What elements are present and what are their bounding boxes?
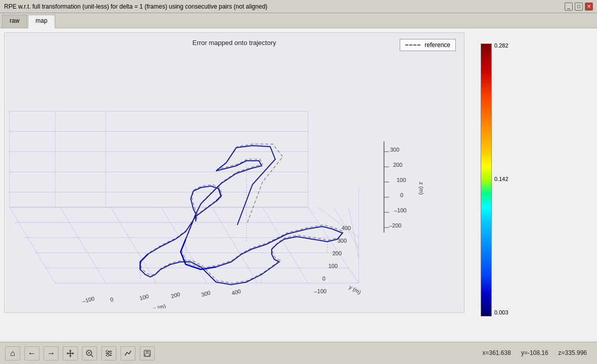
- svg-point-71: [107, 354, 109, 356]
- forward-button[interactable]: →: [44, 346, 59, 360]
- colorbar-mid-label: 0.142: [494, 176, 508, 182]
- svg-rect-73: [146, 350, 149, 353]
- tab-map[interactable]: map: [28, 15, 55, 28]
- svg-line-24: [318, 207, 359, 238]
- status-z: z=335.996: [559, 349, 587, 356]
- svg-point-70: [109, 352, 111, 354]
- svg-text:–200: –200: [389, 222, 401, 229]
- pan-button[interactable]: [63, 346, 78, 360]
- title-bar: RPE w.r.t. full transformation (unit-les…: [0, 0, 597, 13]
- svg-line-63: [91, 355, 93, 357]
- svg-line-8: [111, 207, 156, 283]
- tab-raw[interactable]: raw: [2, 15, 27, 28]
- svg-text:100: 100: [397, 177, 406, 183]
- svg-text:0: 0: [109, 296, 114, 303]
- maximize-button[interactable]: □: [575, 3, 583, 11]
- legend-box: reference: [400, 39, 456, 51]
- y-axis-labels: –100 0 100 200 300 400: [314, 225, 351, 294]
- configure-button[interactable]: [101, 346, 116, 360]
- svg-rect-74: [145, 354, 149, 356]
- status-y: y=-108.16: [521, 349, 548, 356]
- svg-text:0: 0: [400, 192, 403, 198]
- tabs-bar: raw map: [0, 13, 597, 28]
- minimize-button[interactable]: _: [565, 3, 573, 11]
- svg-text:0: 0: [322, 276, 325, 282]
- line-button[interactable]: [120, 346, 136, 360]
- reference-trajectory: [141, 144, 344, 283]
- x-axis-labels: –100 0 100 200 300 400: [81, 288, 241, 304]
- svg-marker-61: [72, 352, 74, 354]
- legend-dashed-line-icon: [405, 44, 420, 46]
- svg-text:400: 400: [231, 288, 241, 296]
- svg-line-10: [212, 207, 258, 283]
- colorbar-min-label: 0.003: [494, 309, 508, 315]
- svg-text:200: 200: [332, 250, 342, 256]
- svg-text:–100: –100: [394, 207, 406, 213]
- colorbar-max-label: 0.282: [494, 42, 508, 49]
- svg-text:300: 300: [390, 147, 399, 153]
- svg-line-26: [349, 207, 359, 258]
- svg-text:100: 100: [328, 263, 337, 269]
- svg-text:100: 100: [139, 293, 149, 301]
- x-axis-label: x (m): [152, 303, 166, 308]
- svg-text:300: 300: [200, 290, 211, 298]
- colorbar-area: 0.282 0.142 0.003: [480, 32, 508, 338]
- svg-text:200: 200: [393, 162, 402, 168]
- svg-marker-58: [69, 349, 71, 351]
- home-button[interactable]: ⌂: [5, 346, 20, 360]
- svg-text:–100: –100: [314, 288, 326, 294]
- toolbar: ⌂ ← →: [0, 342, 597, 364]
- traj-segment-1: [181, 239, 216, 269]
- z-axis-label: z (m): [418, 182, 424, 195]
- svg-point-69: [106, 350, 108, 352]
- svg-line-11: [263, 207, 308, 283]
- status-x: x=361.638: [483, 349, 511, 356]
- svg-line-7: [60, 207, 106, 283]
- plot-svg: –100 0 100 200 300 400 x (m) –100 0 100 …: [5, 51, 465, 308]
- back-button[interactable]: ←: [24, 346, 39, 360]
- z-axis-labels: –200 –100 0 100 200 300: [389, 147, 406, 229]
- svg-marker-60: [66, 352, 68, 354]
- zoom-button[interactable]: [82, 346, 97, 360]
- svg-marker-59: [69, 355, 71, 357]
- window-controls: _ □ ✕: [565, 3, 593, 11]
- plot-title: Error mapped onto trajectory: [5, 33, 464, 47]
- svg-text:200: 200: [170, 291, 181, 299]
- svg-line-9: [161, 207, 207, 283]
- legend-label: reference: [424, 41, 450, 49]
- status-bar: x=361.638 y=-108.16 z=335.996: [473, 342, 598, 364]
- colorbar-gradient: [481, 43, 492, 316]
- close-button[interactable]: ✕: [585, 3, 593, 11]
- plot-area[interactable]: Error mapped onto trajectory reference: [4, 32, 464, 313]
- y-axis-label: y (m): [348, 284, 362, 295]
- save-button[interactable]: [140, 346, 155, 360]
- svg-line-6: [10, 207, 55, 283]
- z-axis-ticks: [384, 152, 389, 228]
- window-title: RPE w.r.t. full transformation (unit-les…: [4, 3, 268, 10]
- main-content: Error mapped onto trajectory reference: [0, 28, 597, 342]
- svg-text:–100: –100: [81, 295, 95, 304]
- svg-text:400: 400: [342, 225, 351, 231]
- svg-text:300: 300: [337, 238, 347, 244]
